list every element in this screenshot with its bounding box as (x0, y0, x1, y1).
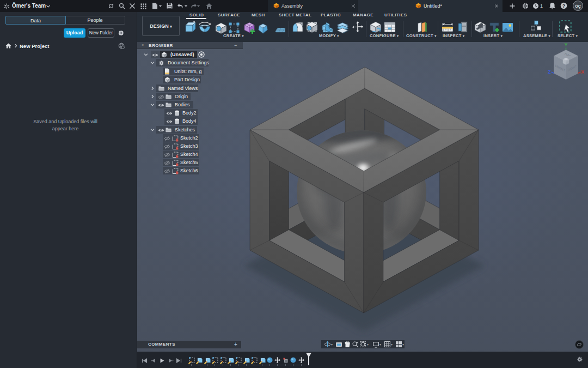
svg-text:?: ? (562, 3, 566, 9)
svg-text:Y: Y (564, 42, 567, 47)
svg-text:Z: Z (548, 69, 551, 75)
svg-text:X: X (581, 69, 584, 75)
